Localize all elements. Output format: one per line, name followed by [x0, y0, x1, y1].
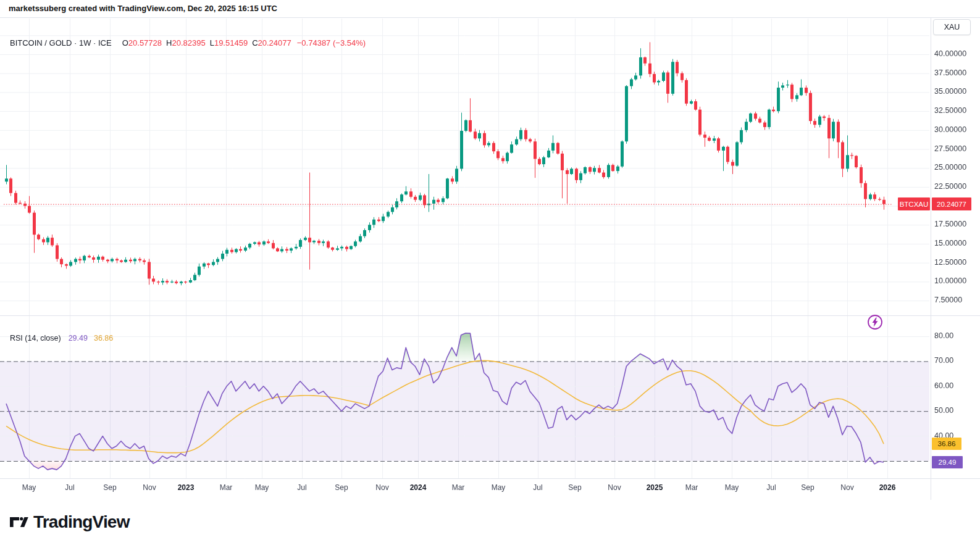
- price-tick: 7.50000: [934, 296, 962, 304]
- time-label: Sep: [794, 483, 821, 492]
- price-tick: 10.00000: [934, 276, 966, 285]
- time-label: Mar: [678, 483, 705, 492]
- rsi-value-tag: 29.49: [932, 456, 963, 468]
- time-label: Nov: [601, 483, 628, 492]
- price-scale[interactable]: 40.0000037.5000035.0000032.5000030.00000…: [931, 17, 980, 500]
- attribution-text: marketssuberg created with TradingView.c…: [9, 4, 277, 13]
- rsi-tick: 60.00: [934, 381, 953, 390]
- price-tick: 37.50000: [934, 69, 966, 77]
- last-price-value-tag: 20.24077: [932, 197, 971, 210]
- time-label: May: [485, 483, 512, 492]
- rsi-tick: 80.00: [934, 331, 953, 340]
- time-axis[interactable]: MayJulSepNov2023MarMayJulSepNov2024MarMa…: [0, 478, 980, 499]
- price-tick: 22.50000: [934, 182, 966, 191]
- rsi-title: RSI (14, close): [10, 334, 61, 343]
- symbol-legend[interactable]: BITCOIN / GOLD · 1W · ICEO20.57728H20.82…: [10, 38, 366, 48]
- time-label: Nov: [136, 483, 163, 492]
- time-label: Jul: [758, 483, 785, 492]
- time-label: 2025: [641, 483, 668, 492]
- time-label: Sep: [96, 483, 124, 492]
- time-label: Mar: [212, 483, 240, 492]
- ohlc-values: O20.57728H20.82395L19.51459C20.24077: [118, 38, 291, 48]
- ohlc-letter: L: [210, 38, 214, 48]
- ohlc-number: 20.82395: [172, 38, 205, 48]
- price-tick: 35.00000: [934, 87, 966, 96]
- tradingview-chart-screen: marketssuberg created with TradingView.c…: [0, 0, 980, 540]
- ohlc-number: 20.57728: [128, 38, 162, 48]
- boost-lightning-icon[interactable]: [866, 314, 884, 331]
- rsi-tick: 50.00: [934, 406, 953, 415]
- rsi-legend[interactable]: RSI (14, close)29.4936.86: [10, 334, 113, 343]
- rsi-legend-value: 29.49: [69, 334, 88, 343]
- rsi-tick: 70.00: [934, 356, 953, 365]
- price-tick: 12.50000: [934, 258, 966, 267]
- chart-area: BITCOIN / GOLD · 1W · ICEO20.57728H20.82…: [0, 17, 980, 500]
- rsi-ma-legend-value: 36.86: [94, 334, 113, 343]
- time-label: Jul: [524, 483, 551, 492]
- price-tick: 27.50000: [934, 144, 966, 153]
- price-tick: 32.50000: [934, 106, 966, 115]
- time-label: Nov: [834, 483, 861, 492]
- symbol-title[interactable]: BITCOIN / GOLD · 1W · ICE: [10, 38, 112, 48]
- time-label: May: [718, 483, 745, 492]
- time-label: Nov: [369, 483, 396, 492]
- time-label: May: [15, 483, 43, 492]
- price-tick: 17.50000: [934, 220, 966, 228]
- ohlc-letter: C: [252, 38, 258, 48]
- time-label: 2024: [404, 483, 432, 492]
- ohlc-letter: O: [122, 38, 128, 48]
- time-label: Jul: [288, 483, 316, 492]
- time-label: Sep: [328, 483, 355, 492]
- price-tick: 30.00000: [934, 125, 966, 134]
- change-value: −0.74387 (−3.54%): [297, 38, 366, 48]
- price-tick: 15.00000: [934, 239, 966, 247]
- time-label: Sep: [561, 483, 588, 492]
- ohlc-number: 20.24077: [258, 38, 291, 48]
- tradingview-logo[interactable]: TradingView: [10, 512, 130, 532]
- time-label: 2026: [874, 483, 901, 492]
- last-price-symbol-tag: BTCXAU: [898, 197, 930, 210]
- tradingview-logo-icon: [10, 515, 28, 530]
- time-label: Jul: [56, 483, 83, 492]
- price-scale-unit-button[interactable]: XAU: [933, 19, 971, 35]
- chart-canvas[interactable]: [0, 17, 980, 500]
- ohlc-number: 19.51459: [214, 38, 248, 48]
- rsi-ma-value-tag: 36.86: [932, 438, 961, 450]
- time-label: Mar: [445, 483, 472, 492]
- time-label: 2023: [172, 483, 199, 492]
- tradingview-logo-text: TradingView: [33, 512, 130, 532]
- price-tick: 40.00000: [934, 49, 966, 58]
- time-label: May: [248, 483, 275, 492]
- price-tick: 25.00000: [934, 163, 966, 172]
